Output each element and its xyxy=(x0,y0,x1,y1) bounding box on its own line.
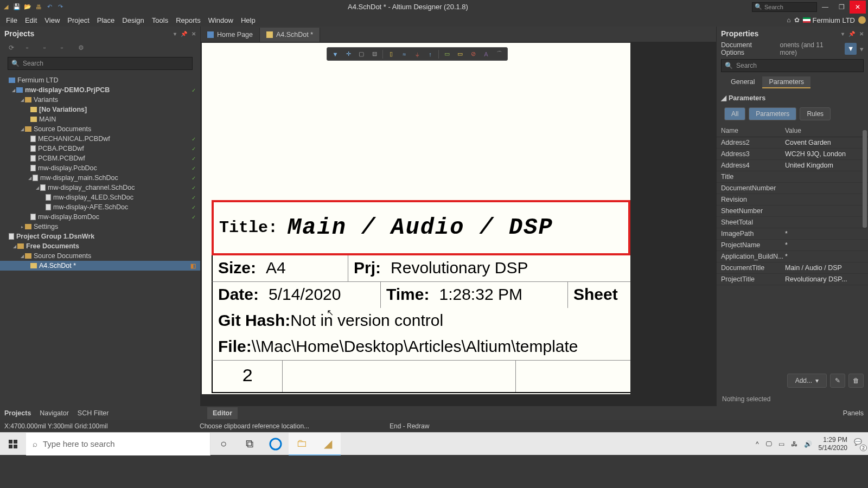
table-row[interactable]: Address3WC2H 9JQ, London xyxy=(717,149,868,160)
tree-doc[interactable]: mw-display.BomDoc✓ xyxy=(0,212,200,222)
panel-dropdown-icon[interactable]: ▾ xyxy=(174,31,176,37)
collapse-icon[interactable]: ◢ xyxy=(12,244,17,249)
filter-all[interactable]: All xyxy=(724,107,745,120)
home-icon[interactable]: ⌂ xyxy=(787,16,790,24)
table-row[interactable]: DocumentNumber xyxy=(717,183,868,194)
delete-button[interactable]: 🗑 xyxy=(848,374,864,388)
table-row[interactable]: SheetNumber xyxy=(717,206,868,217)
minimize-button[interactable]: — xyxy=(817,1,833,14)
redo-icon[interactable]: ↷ xyxy=(56,3,64,11)
table-row[interactable]: ImagePath* xyxy=(717,228,868,240)
tree-doc[interactable]: ◢mw-display_main.SchDoc✓ xyxy=(0,173,200,183)
table-row[interactable]: ProjectTitleRevolutionary DSP... xyxy=(717,274,868,285)
menu-reports[interactable]: Reports xyxy=(172,15,205,26)
tree-main-variant[interactable]: MAIN xyxy=(0,114,200,124)
tree-group[interactable]: Project Group 1.DsnWrk xyxy=(0,232,200,241)
collapse-icon[interactable]: ◢ xyxy=(20,98,25,102)
select-icon[interactable]: ▢ xyxy=(355,49,367,60)
gnd-icon[interactable]: ⏚ xyxy=(411,49,423,60)
menu-project[interactable]: Project xyxy=(63,15,93,26)
tree-free-source[interactable]: ◢Source Documents xyxy=(0,251,200,261)
arc-icon[interactable]: ⌒ xyxy=(493,49,505,60)
menu-place[interactable]: Place xyxy=(93,15,119,26)
parameters-section[interactable]: ◢Parameters xyxy=(717,91,868,105)
table-row[interactable]: Address2Covent Garden xyxy=(717,137,868,149)
cortana-icon[interactable]: ○ xyxy=(210,433,237,455)
collapse-icon[interactable]: ◢ xyxy=(35,185,40,190)
btm-tab-projects[interactable]: Projects xyxy=(4,409,31,417)
part-icon[interactable]: ▯ xyxy=(385,49,397,60)
collapse-icon[interactable]: ◢ xyxy=(27,176,33,181)
settings-icon[interactable]: ✿ xyxy=(794,16,800,24)
tree-doc[interactable]: mw-display-AFE.SchDoc✓ xyxy=(0,202,200,212)
tree-doc[interactable]: ◢mw-display_channel.SchDoc✓ xyxy=(0,183,200,192)
open-icon[interactable]: 📂 xyxy=(24,3,31,11)
panel-dropdown-icon[interactable]: ▾ xyxy=(841,31,844,37)
tree-source-docs[interactable]: ◢Source Documents xyxy=(0,124,200,134)
tab-parameters[interactable]: Parameters xyxy=(762,76,810,88)
scrollbar[interactable] xyxy=(863,130,867,228)
toolbar-file-icon[interactable]: ▫ xyxy=(61,44,68,52)
panel-close-icon[interactable]: ✕ xyxy=(859,31,864,37)
btm-tab-navigator[interactable]: Navigator xyxy=(40,409,69,417)
globe-icon[interactable] xyxy=(858,16,866,24)
tree-a4schdot[interactable]: A4.SchDot *◧ xyxy=(0,261,200,271)
table-row[interactable]: Address4United Kingdom xyxy=(717,160,868,171)
btm-tab-schfilter[interactable]: SCH Filter xyxy=(78,409,109,417)
toolbar-project-icon[interactable]: ▫ xyxy=(26,44,34,52)
expand-icon[interactable]: ▸ xyxy=(20,224,25,229)
table-row[interactable]: Revision xyxy=(717,194,868,206)
noerc-icon[interactable]: ⊘ xyxy=(467,49,479,60)
power-icon[interactable]: ↑ xyxy=(424,49,436,60)
tree-doc[interactable]: mw-display_4LED.SchDoc✓ xyxy=(0,192,200,202)
wire-icon[interactable]: ≈ xyxy=(398,49,410,60)
collapse-icon[interactable]: ◢ xyxy=(11,88,16,93)
port-icon[interactable]: ▭ xyxy=(454,49,466,60)
table-row[interactable]: SheetTotal xyxy=(717,217,868,228)
filter-rules[interactable]: Rules xyxy=(800,107,831,120)
save-icon[interactable]: 💾 xyxy=(13,3,21,11)
schematic-canvas[interactable]: ▼ ✛ ▢ ⊟ ▯ ≈ ⏚ ↑ ▭ ▭ ⊘ A ⌒ xyxy=(202,43,630,394)
editor-tab[interactable]: Editor xyxy=(207,407,238,419)
edge-icon[interactable] xyxy=(263,433,289,455)
add-button[interactable]: Add...▾ xyxy=(787,374,827,388)
tab-home[interactable]: Home Page xyxy=(201,28,260,42)
text-icon[interactable]: A xyxy=(480,49,492,60)
properties-search[interactable]: 🔍 Search xyxy=(721,59,864,72)
altium-icon[interactable]: ◢ xyxy=(315,433,341,455)
notifications-icon[interactable]: 💬 2 xyxy=(854,438,866,450)
collapse-icon[interactable]: ◢ xyxy=(20,254,25,259)
start-button[interactable] xyxy=(0,433,26,455)
menu-design[interactable]: Design xyxy=(118,15,148,26)
toolbar-gear-icon[interactable]: ⚙ xyxy=(78,44,86,52)
filter-button[interactable]: ▼ xyxy=(845,43,857,55)
menu-view[interactable]: View xyxy=(41,15,63,26)
menu-file[interactable]: File xyxy=(2,15,21,26)
tree-doc[interactable]: MECHANICAL.PCBDwf✓ xyxy=(0,134,200,144)
taskbar-clock[interactable]: 1:29 PM 5/14/2020 xyxy=(819,436,847,452)
company-indicator[interactable]: Fermium LTD xyxy=(803,16,855,24)
tree-project[interactable]: ◢mw-display-DEMO.PrjPCB✓ xyxy=(0,85,200,95)
tray-network-icon[interactable]: 🖧 xyxy=(791,440,797,448)
tree-variants[interactable]: ◢Variants xyxy=(0,95,200,105)
projects-search[interactable]: 🔍 Search xyxy=(8,57,193,70)
toolbar-folder-icon[interactable]: ▫ xyxy=(43,44,51,52)
taskview-icon[interactable]: ⧉ xyxy=(237,433,263,455)
align-icon[interactable]: ⊟ xyxy=(368,49,380,60)
tree-no-variations[interactable]: [No Variations] xyxy=(0,105,200,114)
undo-icon[interactable]: ↶ xyxy=(46,3,53,11)
print-icon[interactable]: 🖶 xyxy=(35,3,42,11)
panel-close-icon[interactable]: ✕ xyxy=(192,31,196,37)
tree-settings[interactable]: ▸Settings xyxy=(0,222,200,232)
tab-schdot[interactable]: A4.SchDot * xyxy=(260,28,320,42)
move-icon[interactable]: ✛ xyxy=(342,49,354,60)
tray-battery-icon[interactable]: ▭ xyxy=(778,440,784,448)
tree-root[interactable]: Fermium LTD xyxy=(0,75,200,85)
menu-window[interactable]: Window xyxy=(205,15,237,26)
tray-monitor-icon[interactable]: 🖵 xyxy=(765,440,772,448)
tree-free-docs[interactable]: ◢Free Documents xyxy=(0,241,200,251)
panel-pin-icon[interactable]: 📌 xyxy=(848,31,855,37)
tree-doc[interactable]: PCBA.PCBDwf✓ xyxy=(0,144,200,153)
table-row[interactable]: Title xyxy=(717,171,868,183)
chevron-down-icon[interactable]: ▾ xyxy=(860,45,864,53)
